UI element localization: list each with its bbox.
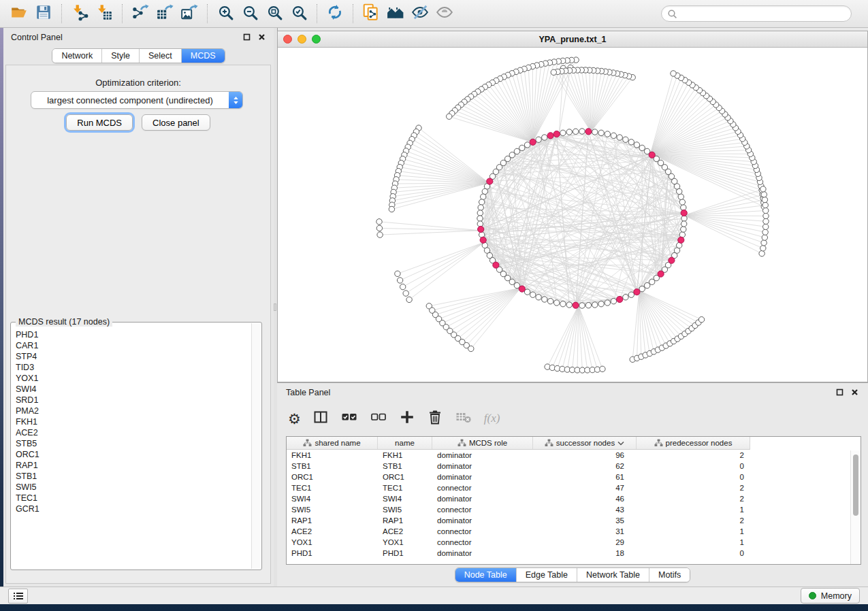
memory-button[interactable]: Memory [801, 588, 860, 604]
table-row[interactable]: FKH1FKH1dominator962 [287, 450, 861, 461]
table-cell: YOX1 [287, 538, 378, 546]
column-header-successor-nodes[interactable]: successor nodes [533, 437, 637, 449]
mcds-result-item[interactable]: RAP1 [16, 460, 251, 471]
export-table-button[interactable] [152, 3, 177, 24]
column-header-MCDS-role[interactable]: MCDS role [432, 437, 533, 449]
first-neighbors-button[interactable] [383, 3, 408, 24]
column-type-icon [457, 439, 466, 447]
open-session-button[interactable] [7, 3, 31, 24]
tab-motifs[interactable]: Motifs [649, 568, 690, 582]
table-cell: 0 [637, 549, 750, 557]
column-header-name[interactable]: name [378, 437, 432, 449]
window-zoom-icon[interactable] [312, 35, 321, 44]
zoom-selected-button[interactable] [287, 3, 311, 24]
mcds-result-item[interactable]: ACE2 [16, 427, 251, 438]
tab-network-table[interactable]: Network Table [577, 568, 649, 582]
mcds-result-item[interactable]: PMA2 [16, 406, 251, 416]
tab-edge-table[interactable]: Edge Table [516, 568, 577, 582]
mcds-result-item[interactable]: FKH1 [16, 416, 251, 427]
node-table-body: FKH1FKH1dominator962STB1STB1dominator620… [287, 450, 861, 559]
window-minimize-icon[interactable] [298, 35, 306, 44]
zoom-fit-button[interactable] [262, 3, 287, 24]
select-all-button[interactable] [340, 409, 358, 428]
table-row[interactable]: STB1STB1dominator620 [287, 461, 861, 472]
search-input[interactable] [677, 8, 846, 19]
close-panel-button[interactable] [257, 33, 266, 42]
save-session-button[interactable] [31, 3, 56, 24]
float-panel-button[interactable] [242, 33, 251, 42]
gear-icon: ⚙ [288, 412, 301, 426]
export-image-button[interactable] [177, 3, 202, 24]
run-mcds-button[interactable]: Run MCDS [66, 114, 133, 131]
toolbar-separator [317, 4, 317, 23]
mcds-result-item[interactable]: GCR1 [16, 503, 251, 514]
refresh-layout-button[interactable] [323, 3, 347, 24]
table-cell: SWI5 [287, 506, 378, 514]
float-table-panel-button[interactable] [835, 388, 844, 397]
mcds-result-item[interactable]: ORC1 [16, 449, 251, 460]
tab-node-table[interactable]: Node Table [455, 568, 516, 582]
table-cell: 29 [533, 538, 637, 546]
create-column-button[interactable] [399, 409, 415, 428]
select-stepper-icon [229, 92, 242, 108]
status-log-button[interactable] [8, 589, 28, 604]
mcds-result-item[interactable]: PHD1 [16, 329, 251, 340]
table-row[interactable]: RAP1RAP1dominator352 [287, 515, 861, 526]
control-panel-header: Control Panel [3, 28, 274, 46]
export-network-button[interactable] [128, 3, 152, 24]
optimization-criterion-select[interactable]: largest connected component (undirected) [31, 91, 243, 109]
table-row[interactable]: TEC1TEC1connector472 [287, 482, 861, 493]
clone-network-button[interactable] [359, 3, 383, 24]
table-row[interactable]: ACE2ACE2connector311 [287, 526, 861, 537]
table-row[interactable]: SWI4SWI4dominator462 [287, 493, 861, 504]
fx-icon: f(x) [484, 412, 500, 425]
import-network-button[interactable] [67, 3, 92, 24]
import-table-icon [95, 3, 113, 24]
mcds-result-item[interactable]: STB5 [16, 438, 251, 449]
zoom-in-button[interactable] [213, 3, 238, 24]
table-cell: PHD1 [378, 549, 432, 557]
hide-selected-button[interactable] [408, 3, 432, 24]
split-pane-handle[interactable] [274, 303, 276, 311]
table-scrollbar-thumb[interactable] [853, 455, 858, 516]
table-row[interactable]: SWI5SWI5connector431 [287, 504, 861, 515]
import-table-button[interactable] [92, 3, 116, 24]
table-cell: 18 [533, 549, 637, 557]
memory-label: Memory [821, 591, 852, 601]
column-type-icon [654, 439, 663, 447]
mcds-result-item[interactable]: YOX1 [16, 373, 251, 384]
table-row[interactable]: ORC1ORC1dominator610 [287, 472, 861, 482]
mcds-result-item[interactable]: STP4 [16, 351, 251, 362]
column-header-shared-name[interactable]: shared name [287, 437, 378, 449]
delete-columns-button[interactable] [427, 409, 443, 428]
window-close-icon[interactable] [283, 35, 292, 44]
table-cell: TEC1 [378, 484, 432, 492]
zoom-out-button[interactable] [238, 3, 262, 24]
mcds-list-scrollbar[interactable] [251, 323, 261, 569]
mcds-result-item[interactable]: SWI5 [16, 482, 251, 493]
mcds-result-item[interactable]: STB1 [16, 471, 251, 482]
mcds-result-item[interactable]: CAR1 [16, 340, 251, 351]
tab-network[interactable]: Network [52, 49, 101, 63]
tab-mcds[interactable]: MCDS [181, 49, 225, 63]
table-cell: STB1 [287, 462, 378, 470]
table-mode-button[interactable]: ⚙ [288, 409, 301, 428]
column-header-predecessor-nodes[interactable]: predecessor nodes [637, 437, 750, 449]
tab-select[interactable]: Select [139, 49, 181, 63]
column-type-icon [303, 439, 312, 447]
mcds-result-item[interactable]: SRD1 [16, 395, 251, 406]
deselect-all-button[interactable] [370, 409, 387, 428]
mcds-result-item[interactable]: SWI4 [16, 384, 251, 395]
table-row[interactable]: PHD1PHD1dominator180 [287, 548, 861, 559]
close-panel-button-mcds[interactable]: Close panel [142, 114, 210, 131]
table-cell: 96 [533, 451, 637, 459]
show-columns-button[interactable] [312, 409, 329, 428]
table-row[interactable]: YOX1YOX1connector291 [287, 537, 861, 548]
network-canvas[interactable] [278, 47, 867, 382]
mcds-result-item[interactable]: TEC1 [16, 493, 251, 503]
table-scrollbar[interactable] [850, 450, 861, 564]
tab-style[interactable]: Style [101, 49, 139, 63]
mcds-result-item[interactable]: TID3 [16, 362, 251, 373]
search-field[interactable] [661, 5, 852, 22]
close-table-panel-button[interactable] [850, 388, 859, 397]
